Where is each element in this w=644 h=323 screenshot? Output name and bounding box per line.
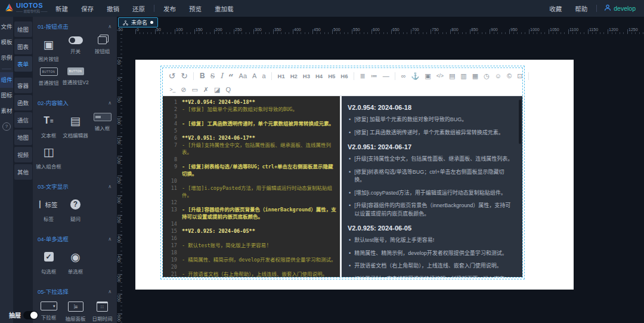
markdown-editor-component[interactable]: ↺↻BSI“AaAaH1H2H3H4H5H6≣≔—∞⚓▣</>▤▥▦◷☺©⊡ >… bbox=[162, 67, 523, 278]
sidebar-tab[interactable]: 素材 bbox=[0, 103, 13, 119]
category-tab[interactable]: 图表 bbox=[14, 39, 32, 54]
sidebar-tab[interactable]: 示例 bbox=[0, 50, 13, 66]
bullet: • bbox=[349, 236, 351, 245]
eraser-icon[interactable]: ◪ bbox=[212, 86, 223, 94]
page-tab[interactable]: 未命名 bbox=[118, 17, 158, 27]
ordered-list-icon[interactable]: ≔ bbox=[368, 72, 380, 80]
category-tab[interactable]: 视频 bbox=[14, 147, 32, 162]
palette-grid: 勾选框◉单选框 bbox=[33, 243, 117, 275]
palette-section-header[interactable]: 03-文字显示∧ bbox=[33, 177, 117, 190]
italic-icon[interactable]: I bbox=[218, 72, 226, 80]
font-size-icon[interactable]: Aa bbox=[236, 72, 249, 79]
undo-icon[interactable]: ↺ bbox=[166, 71, 178, 81]
category-tab[interactable]: 其他 bbox=[14, 164, 32, 180]
table-icon[interactable]: ▦ bbox=[469, 72, 481, 80]
palette-item-select[interactable]: 下拉框 bbox=[35, 302, 62, 322]
copyright-icon[interactable]: © bbox=[504, 72, 515, 79]
menu-item[interactable]: 撤销 bbox=[100, 4, 126, 13]
preview-toggle-eye-icon[interactable]: ⊘ bbox=[178, 86, 189, 94]
palette-item-combo[interactable]: ◫输入组合框 bbox=[35, 144, 62, 170]
palette-item-textbox[interactable]: T文本框 bbox=[35, 113, 62, 139]
category-tab[interactable]: 函数 bbox=[14, 95, 32, 110]
h4-icon[interactable]: H4 bbox=[312, 73, 325, 79]
anchor-icon[interactable]: ⚓ bbox=[408, 72, 422, 80]
drawer-label: 抽屉 bbox=[9, 310, 21, 319]
markdown-preview-pane[interactable]: V2.0.954: 2024-06-18•[修复] 加载单个元素的数组对象时导致… bbox=[342, 96, 522, 277]
markdown-source-pane[interactable]: 1**V2.0.954: 2024-06-18**2- [修复] 加载单个元素的… bbox=[163, 96, 340, 277]
drawer-toggle-switch[interactable] bbox=[23, 311, 38, 319]
palette-item-pic[interactable]: ▣图片按钮 bbox=[35, 36, 62, 62]
import-file-icon[interactable]: ▤ bbox=[446, 72, 457, 80]
clock-icon[interactable]: ◷ bbox=[481, 72, 493, 80]
palette-item-check[interactable]: 勾选框 bbox=[35, 249, 62, 275]
category-tab[interactable]: 通信 bbox=[14, 112, 32, 128]
line-number: 7 bbox=[163, 141, 182, 156]
code-icon[interactable]: </> bbox=[434, 73, 446, 79]
lowercase-icon[interactable]: a bbox=[259, 72, 268, 79]
link-icon[interactable]: ∞ bbox=[398, 72, 408, 79]
word-count-icon[interactable]: ⊡ bbox=[515, 72, 525, 80]
menu-item[interactable]: 帮助 bbox=[568, 4, 594, 13]
bullet-list-icon[interactable]: ≣ bbox=[357, 72, 368, 80]
fullscreen-icon[interactable]: ✗ bbox=[200, 86, 211, 94]
ruler-label: 350 bbox=[274, 27, 281, 32]
palette-section-header[interactable]: 01-按钮点击∧ bbox=[33, 17, 117, 30]
image-icon[interactable]: ▣ bbox=[422, 72, 434, 80]
palette-section-header[interactable]: 04-单多选框∧ bbox=[33, 229, 117, 243]
brand[interactable]: UIOTOS 前端零代码 bbox=[0, 2, 49, 14]
palette-item-stack[interactable]: 按钮组 bbox=[89, 36, 116, 62]
preview-scrollbar[interactable] bbox=[519, 100, 521, 144]
sidebar-tab[interactable]: 组件 bbox=[0, 72, 13, 88]
menu-item[interactable]: 收藏 bbox=[543, 4, 568, 13]
palette-item-label: 单选框 bbox=[68, 267, 83, 275]
menu-item[interactable]: 重加载 bbox=[208, 4, 240, 13]
h6-icon[interactable]: H6 bbox=[338, 73, 351, 79]
source-text: - 默认test账号，简化版上手更容易! bbox=[182, 242, 340, 249]
palette-item-btn2[interactable]: BUTTON普通按钮V2 bbox=[62, 67, 89, 86]
page-canvas[interactable]: ↺↻BSI“AaAaH1H2H3H4H5H6≣≔—∞⚓▣</>▤▥▦◷☺©⊡ >… bbox=[135, 60, 574, 290]
palette-item-q[interactable]: 疑问 bbox=[62, 196, 89, 222]
palette-item-radio[interactable]: ◉单选框 bbox=[62, 249, 89, 275]
palette-item-switch[interactable]: 开关 bbox=[62, 36, 89, 62]
palette-item-doc[interactable]: ▤文档编辑器 bbox=[62, 113, 89, 139]
palette-item-calendar[interactable]: 日期时间 bbox=[89, 302, 116, 322]
h3-icon[interactable]: H3 bbox=[300, 73, 312, 79]
palette-section-header[interactable]: 05-下拉选择∧ bbox=[33, 282, 117, 296]
ruler-tick bbox=[117, 294, 122, 294]
h2-icon[interactable]: H2 bbox=[287, 73, 300, 79]
palette-item-btn[interactable]: BUTTON普通按钮 bbox=[35, 67, 62, 86]
sidebar-tab[interactable]: 图标 bbox=[0, 88, 13, 103]
menu-item[interactable]: 预览 bbox=[182, 4, 208, 13]
palette-item-tag[interactable]: 标签标签 bbox=[35, 196, 62, 222]
search-icon[interactable]: Q bbox=[223, 86, 234, 93]
emoji-icon[interactable]: ☺ bbox=[492, 72, 504, 79]
user-menu[interactable]: develop bbox=[599, 3, 636, 14]
category-tab[interactable]: 地图 bbox=[14, 130, 32, 145]
chevron-up-icon: ∧ bbox=[108, 236, 112, 242]
terminal-icon[interactable]: >_ bbox=[167, 87, 178, 93]
h1-icon[interactable]: H1 bbox=[275, 73, 287, 79]
menu-item[interactable]: 还原 bbox=[126, 4, 151, 13]
category-tab[interactable]: 绘图 bbox=[14, 21, 32, 37]
menu-item[interactable]: 保存 bbox=[75, 4, 100, 13]
horizontal-rule-icon[interactable]: — bbox=[380, 72, 392, 79]
sidebar-tab[interactable]: 模板 bbox=[0, 35, 13, 50]
h5-icon[interactable]: H5 bbox=[326, 73, 338, 79]
menu-item[interactable]: 新建 bbox=[49, 4, 75, 13]
screen-icon[interactable]: ▭ bbox=[189, 86, 200, 94]
menu-item[interactable]: 发布 bbox=[157, 4, 182, 13]
palette-item-input[interactable]: 输入框 bbox=[89, 113, 116, 139]
export-file-icon[interactable]: ▥ bbox=[458, 72, 469, 80]
line-number: 2 bbox=[163, 106, 182, 113]
help-icon[interactable]: ? bbox=[0, 119, 13, 134]
redo-icon[interactable]: ↻ bbox=[178, 71, 191, 81]
uppercase-icon[interactable]: A bbox=[250, 72, 259, 79]
blockquote-icon[interactable]: “ bbox=[225, 72, 236, 79]
category-tab[interactable]: 容器 bbox=[14, 78, 32, 93]
palette-item-drawerpanel[interactable]: 抽屉面板 bbox=[62, 302, 89, 322]
category-tab[interactable]: 表单 bbox=[14, 56, 32, 72]
strikethrough-icon[interactable]: S bbox=[208, 72, 218, 80]
bold-icon[interactable]: B bbox=[197, 72, 208, 80]
sidebar-tab[interactable]: 文件 bbox=[0, 19, 13, 35]
palette-section-header[interactable]: 02-内容输入∧ bbox=[33, 93, 117, 107]
